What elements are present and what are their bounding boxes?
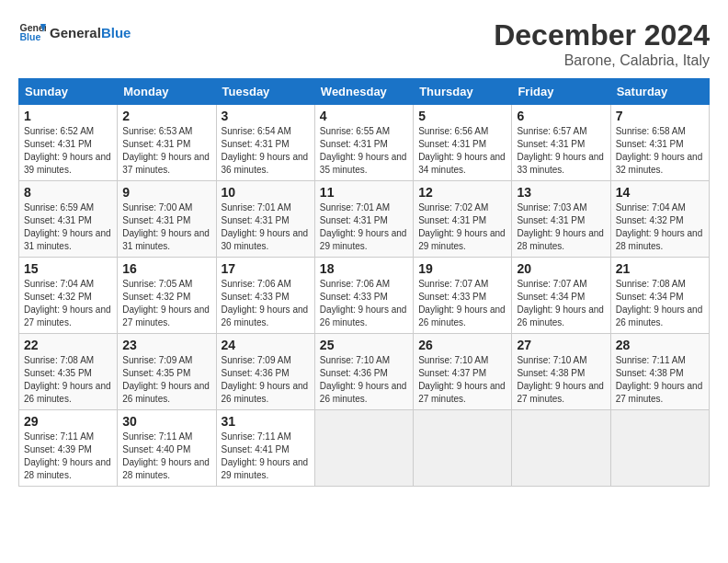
day-info: Sunrise: 7:11 AM Sunset: 4:41 PM Dayligh…: [222, 431, 310, 482]
day-number: 9: [122, 185, 210, 200]
day-info: Sunrise: 7:10 AM Sunset: 4:38 PM Dayligh…: [517, 354, 605, 406]
day-number: 25: [320, 338, 408, 352]
day-number: 5: [418, 109, 506, 123]
day-cell-5: 5 Sunrise: 6:56 AM Sunset: 4:31 PM Dayli…: [414, 105, 512, 181]
empty-cell: [512, 410, 610, 487]
day-number: 10: [222, 185, 310, 200]
day-info: Sunrise: 7:06 AM Sunset: 4:33 PM Dayligh…: [320, 278, 408, 329]
day-cell-11: 11 Sunrise: 7:01 AM Sunset: 4:31 PM Dayl…: [314, 181, 413, 258]
day-number: 12: [418, 185, 506, 200]
day-number: 19: [418, 261, 506, 276]
day-info: Sunrise: 7:01 AM Sunset: 4:31 PM Dayligh…: [320, 201, 408, 253]
logo-blue: Blue: [101, 25, 131, 40]
day-cell-1: 1 Sunrise: 6:52 AM Sunset: 4:31 PM Dayli…: [19, 105, 118, 181]
day-number: 27: [517, 338, 605, 352]
header-tuesday: Tuesday: [216, 79, 314, 105]
calendar-table: Sunday Monday Tuesday Wednesday Thursday…: [18, 78, 710, 487]
day-cell-28: 28 Sunrise: 7:11 AM Sunset: 4:38 PM Dayl…: [610, 334, 709, 410]
day-number: 26: [418, 338, 506, 352]
day-cell-8: 8 Sunrise: 6:59 AM Sunset: 4:31 PM Dayli…: [19, 181, 118, 258]
day-number: 2: [122, 109, 210, 123]
day-number: 16: [122, 261, 210, 276]
day-number: 20: [517, 261, 605, 276]
header-thursday: Thursday: [414, 79, 512, 105]
day-info: Sunrise: 6:54 AM Sunset: 4:31 PM Dayligh…: [222, 125, 310, 177]
day-cell-7: 7 Sunrise: 6:58 AM Sunset: 4:31 PM Dayli…: [610, 105, 709, 181]
day-number: 30: [122, 414, 210, 429]
day-cell-15: 15 Sunrise: 7:04 AM Sunset: 4:32 PM Dayl…: [19, 258, 118, 334]
day-cell-6: 6 Sunrise: 6:57 AM Sunset: 4:31 PM Dayli…: [512, 105, 610, 181]
day-info: Sunrise: 7:09 AM Sunset: 4:35 PM Dayligh…: [122, 354, 210, 406]
day-info: Sunrise: 6:55 AM Sunset: 4:31 PM Dayligh…: [320, 125, 408, 177]
day-info: Sunrise: 7:11 AM Sunset: 4:40 PM Dayligh…: [122, 431, 210, 482]
day-number: 6: [517, 109, 605, 123]
day-number: 21: [616, 261, 704, 276]
header-monday: Monday: [118, 79, 216, 105]
day-number: 1: [24, 109, 112, 123]
day-cell-31: 31 Sunrise: 7:11 AM Sunset: 4:41 PM Dayl…: [216, 410, 314, 487]
day-number: 13: [517, 185, 605, 200]
empty-cell: [610, 410, 709, 487]
day-info: Sunrise: 7:07 AM Sunset: 4:33 PM Dayligh…: [418, 278, 506, 329]
svg-text:Blue: Blue: [20, 31, 41, 42]
day-info: Sunrise: 7:04 AM Sunset: 4:32 PM Dayligh…: [24, 278, 112, 329]
day-cell-20: 20 Sunrise: 7:07 AM Sunset: 4:34 PM Dayl…: [512, 258, 610, 334]
day-number: 3: [222, 109, 310, 123]
empty-cell: [314, 410, 413, 487]
day-cell-22: 22 Sunrise: 7:08 AM Sunset: 4:35 PM Dayl…: [19, 334, 118, 410]
day-info: Sunrise: 7:07 AM Sunset: 4:34 PM Dayligh…: [517, 278, 605, 329]
day-cell-16: 16 Sunrise: 7:05 AM Sunset: 4:32 PM Dayl…: [118, 258, 216, 334]
day-info: Sunrise: 7:02 AM Sunset: 4:31 PM Dayligh…: [418, 201, 506, 253]
page-header: General Blue GeneralBlue December 2024 B…: [18, 18, 710, 69]
day-info: Sunrise: 6:59 AM Sunset: 4:31 PM Dayligh…: [24, 201, 112, 253]
logo: General Blue GeneralBlue: [18, 18, 131, 46]
day-info: Sunrise: 7:01 AM Sunset: 4:31 PM Dayligh…: [222, 201, 310, 253]
day-number: 28: [616, 338, 704, 352]
header-friday: Friday: [512, 79, 610, 105]
day-cell-3: 3 Sunrise: 6:54 AM Sunset: 4:31 PM Dayli…: [216, 105, 314, 181]
empty-cell: [414, 410, 512, 487]
day-cell-17: 17 Sunrise: 7:06 AM Sunset: 4:33 PM Dayl…: [216, 258, 314, 334]
day-number: 18: [320, 261, 408, 276]
calendar-week-1: 1 Sunrise: 6:52 AM Sunset: 4:31 PM Dayli…: [19, 105, 710, 181]
day-number: 15: [24, 261, 112, 276]
logo-general: General: [50, 25, 101, 40]
calendar-week-2: 8 Sunrise: 6:59 AM Sunset: 4:31 PM Dayli…: [19, 181, 710, 258]
day-number: 11: [320, 185, 408, 200]
day-info: Sunrise: 7:05 AM Sunset: 4:32 PM Dayligh…: [122, 278, 210, 329]
day-info: Sunrise: 6:58 AM Sunset: 4:31 PM Dayligh…: [616, 125, 704, 177]
day-info: Sunrise: 7:08 AM Sunset: 4:34 PM Dayligh…: [616, 278, 704, 329]
day-cell-19: 19 Sunrise: 7:07 AM Sunset: 4:33 PM Dayl…: [414, 258, 512, 334]
day-number: 14: [616, 185, 704, 200]
day-number: 17: [222, 261, 310, 276]
day-number: 22: [24, 338, 112, 352]
day-info: Sunrise: 7:08 AM Sunset: 4:35 PM Dayligh…: [24, 354, 112, 406]
day-cell-27: 27 Sunrise: 7:10 AM Sunset: 4:38 PM Dayl…: [512, 334, 610, 410]
day-number: 7: [616, 109, 704, 123]
day-info: Sunrise: 7:06 AM Sunset: 4:33 PM Dayligh…: [222, 278, 310, 329]
day-cell-10: 10 Sunrise: 7:01 AM Sunset: 4:31 PM Dayl…: [216, 181, 314, 258]
header-wednesday: Wednesday: [314, 79, 413, 105]
day-cell-9: 9 Sunrise: 7:00 AM Sunset: 4:31 PM Dayli…: [118, 181, 216, 258]
day-cell-30: 30 Sunrise: 7:11 AM Sunset: 4:40 PM Dayl…: [118, 410, 216, 487]
calendar-week-5: 29 Sunrise: 7:11 AM Sunset: 4:39 PM Dayl…: [19, 410, 710, 487]
calendar-week-3: 15 Sunrise: 7:04 AM Sunset: 4:32 PM Dayl…: [19, 258, 710, 334]
day-cell-21: 21 Sunrise: 7:08 AM Sunset: 4:34 PM Dayl…: [610, 258, 709, 334]
header-sunday: Sunday: [19, 79, 118, 105]
day-number: 29: [24, 414, 112, 429]
day-info: Sunrise: 7:09 AM Sunset: 4:36 PM Dayligh…: [222, 354, 310, 406]
day-cell-23: 23 Sunrise: 7:09 AM Sunset: 4:35 PM Dayl…: [118, 334, 216, 410]
day-cell-26: 26 Sunrise: 7:10 AM Sunset: 4:37 PM Dayl…: [414, 334, 512, 410]
day-number: 23: [122, 338, 210, 352]
calendar-week-4: 22 Sunrise: 7:08 AM Sunset: 4:35 PM Dayl…: [19, 334, 710, 410]
day-info: Sunrise: 7:00 AM Sunset: 4:31 PM Dayligh…: [122, 201, 210, 253]
day-cell-13: 13 Sunrise: 7:03 AM Sunset: 4:31 PM Dayl…: [512, 181, 610, 258]
day-cell-4: 4 Sunrise: 6:55 AM Sunset: 4:31 PM Dayli…: [314, 105, 413, 181]
day-cell-29: 29 Sunrise: 7:11 AM Sunset: 4:39 PM Dayl…: [19, 410, 118, 487]
day-number: 31: [222, 414, 310, 429]
title-section: December 2024 Barone, Calabria, Italy: [494, 18, 710, 69]
day-info: Sunrise: 7:11 AM Sunset: 4:38 PM Dayligh…: [616, 354, 704, 406]
day-info: Sunrise: 7:10 AM Sunset: 4:36 PM Dayligh…: [320, 354, 408, 406]
day-info: Sunrise: 6:57 AM Sunset: 4:31 PM Dayligh…: [517, 125, 605, 177]
day-info: Sunrise: 6:52 AM Sunset: 4:31 PM Dayligh…: [24, 125, 112, 177]
